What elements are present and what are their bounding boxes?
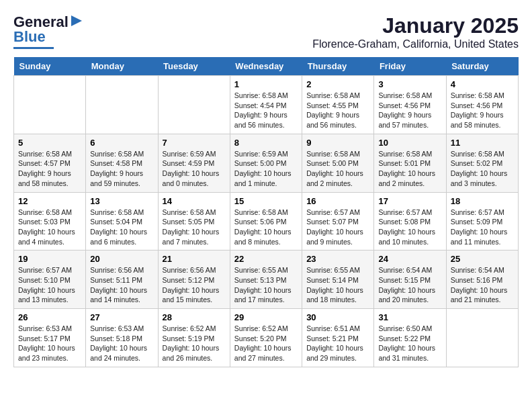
sunrise-text: Sunrise: 6:56 AM [90,266,144,274]
day-number: 27 [90,312,153,322]
day-number: 21 [163,254,226,264]
title-block: January 2025 Florence-Graham, California… [312,13,519,50]
calendar-cell: 21 Sunrise: 6:56 AM Sunset: 5:12 PM Dayl… [158,250,230,309]
sunset-text: Sunset: 5:08 PM [378,218,431,226]
logo: General Blue [13,13,83,49]
sunrise-text: Sunrise: 6:55 AM [234,266,288,274]
calendar-cell: 15 Sunrise: 6:58 AM Sunset: 5:06 PM Dayl… [230,192,302,250]
daylight-text: Daylight: 10 hours and 23 minutes. [18,344,75,362]
sunset-text: Sunset: 5:20 PM [234,334,287,342]
sunset-text: Sunset: 5:11 PM [90,276,142,284]
calendar-table: Sunday Monday Tuesday Wednesday Thursday… [13,57,519,367]
day-number: 22 [234,254,298,264]
calendar-cell: 27 Sunrise: 6:53 AM Sunset: 5:18 PM Dayl… [86,309,158,367]
calendar-cell [86,76,158,134]
sunset-text: Sunset: 5:15 PM [378,276,431,284]
calendar-cell: 11 Sunrise: 6:58 AM Sunset: 5:02 PM Dayl… [446,134,518,192]
daylight-text: Daylight: 10 hours and 17 minutes. [234,286,292,304]
sunrise-text: Sunrise: 6:58 AM [451,150,504,158]
daylight-text: Daylight: 10 hours and 20 minutes. [378,286,435,304]
day-number: 9 [306,138,369,148]
calendar-cell: 31 Sunrise: 6:50 AM Sunset: 5:22 PM Dayl… [374,309,446,367]
calendar-cell: 14 Sunrise: 6:58 AM Sunset: 5:05 PM Dayl… [158,192,230,250]
daylight-text: Daylight: 10 hours and 27 minutes. [234,344,292,362]
sunrise-text: Sunrise: 6:56 AM [163,266,216,274]
sunrise-text: Sunrise: 6:58 AM [306,91,360,99]
sunrise-text: Sunrise: 6:58 AM [306,150,360,158]
header-saturday: Saturday [446,57,518,76]
sunset-text: Sunset: 5:02 PM [451,159,503,167]
daylight-text: Daylight: 10 hours and 3 minutes. [451,169,508,187]
sunset-text: Sunset: 4:59 PM [163,159,215,167]
sunset-text: Sunset: 4:54 PM [234,101,287,109]
calendar-cell: 4 Sunrise: 6:58 AM Sunset: 4:56 PM Dayli… [446,76,518,134]
sunrise-text: Sunrise: 6:59 AM [234,150,288,158]
day-number: 8 [234,138,298,148]
daylight-text: Daylight: 10 hours and 18 minutes. [306,286,363,304]
sunrise-text: Sunrise: 6:57 AM [451,208,504,216]
calendar-cell: 29 Sunrise: 6:52 AM Sunset: 5:20 PM Dayl… [230,309,302,367]
header-monday: Monday [86,57,158,76]
calendar-cell: 3 Sunrise: 6:58 AM Sunset: 4:56 PM Dayli… [374,76,446,134]
sunset-text: Sunset: 5:17 PM [18,334,71,342]
sunset-text: Sunset: 5:06 PM [234,218,287,226]
calendar-cell: 28 Sunrise: 6:52 AM Sunset: 5:19 PM Dayl… [158,309,230,367]
daylight-text: Daylight: 9 hours and 56 minutes. [234,111,287,129]
sunset-text: Sunset: 5:01 PM [378,159,431,167]
calendar-cell: 16 Sunrise: 6:57 AM Sunset: 5:07 PM Dayl… [302,192,374,250]
weekday-header-row: Sunday Monday Tuesday Wednesday Thursday… [14,57,519,76]
calendar-cell: 8 Sunrise: 6:59 AM Sunset: 5:00 PM Dayli… [230,134,302,192]
sunrise-text: Sunrise: 6:58 AM [378,150,432,158]
header-tuesday: Tuesday [158,57,230,76]
sunset-text: Sunset: 5:22 PM [378,334,431,342]
day-number: 4 [451,79,514,89]
sunset-text: Sunset: 5:07 PM [306,218,359,226]
daylight-text: Daylight: 10 hours and 4 minutes. [18,228,75,246]
sunrise-text: Sunrise: 6:52 AM [234,324,288,332]
day-number: 2 [306,79,369,89]
calendar-cell: 20 Sunrise: 6:56 AM Sunset: 5:11 PM Dayl… [86,250,158,309]
calendar-week-row: 5 Sunrise: 6:58 AM Sunset: 4:57 PM Dayli… [14,134,519,192]
sunset-text: Sunset: 5:10 PM [18,276,71,284]
daylight-text: Daylight: 10 hours and 2 minutes. [306,169,363,187]
day-number: 3 [378,79,441,89]
daylight-text: Daylight: 9 hours and 58 minutes. [451,111,504,129]
daylight-text: Daylight: 10 hours and 24 minutes. [90,344,147,362]
sunset-text: Sunset: 5:05 PM [163,218,215,226]
sunrise-text: Sunrise: 6:53 AM [90,324,144,332]
sunrise-text: Sunrise: 6:59 AM [163,150,216,158]
calendar-cell: 2 Sunrise: 6:58 AM Sunset: 4:55 PM Dayli… [302,76,374,134]
day-number: 12 [18,196,81,206]
calendar-week-row: 12 Sunrise: 6:58 AM Sunset: 5:03 PM Dayl… [14,192,519,250]
daylight-text: Daylight: 10 hours and 0 minutes. [163,169,220,187]
sunrise-text: Sunrise: 6:57 AM [18,266,72,274]
sunrise-text: Sunrise: 6:58 AM [234,91,288,99]
calendar-cell: 19 Sunrise: 6:57 AM Sunset: 5:10 PM Dayl… [14,250,86,309]
day-number: 25 [451,254,514,264]
sunset-text: Sunset: 5:00 PM [306,159,359,167]
calendar-cell: 23 Sunrise: 6:55 AM Sunset: 5:14 PM Dayl… [302,250,374,309]
sunrise-text: Sunrise: 6:55 AM [306,266,360,274]
sunset-text: Sunset: 5:14 PM [306,276,359,284]
calendar-week-row: 1 Sunrise: 6:58 AM Sunset: 4:54 PM Dayli… [14,76,519,134]
day-number: 13 [90,196,153,206]
calendar-cell: 9 Sunrise: 6:58 AM Sunset: 5:00 PM Dayli… [302,134,374,192]
day-number: 14 [163,196,226,206]
daylight-text: Daylight: 10 hours and 2 minutes. [378,169,435,187]
logo-arrow-icon [70,14,83,28]
sunrise-text: Sunrise: 6:57 AM [378,208,432,216]
daylight-text: Daylight: 10 hours and 14 minutes. [90,286,147,304]
calendar-cell: 25 Sunrise: 6:54 AM Sunset: 5:16 PM Dayl… [446,250,518,309]
daylight-text: Daylight: 10 hours and 11 minutes. [451,228,508,246]
sunset-text: Sunset: 5:19 PM [163,334,215,342]
day-number: 23 [306,254,369,264]
day-number: 7 [163,138,226,148]
sunset-text: Sunset: 5:09 PM [451,218,503,226]
calendar-cell: 30 Sunrise: 6:51 AM Sunset: 5:21 PM Dayl… [302,309,374,367]
sunset-text: Sunset: 5:21 PM [306,334,359,342]
sunrise-text: Sunrise: 6:52 AM [163,324,216,332]
daylight-text: Daylight: 9 hours and 57 minutes. [378,111,431,129]
daylight-text: Daylight: 9 hours and 58 minutes. [18,169,71,187]
calendar-cell [158,76,230,134]
svg-marker-0 [71,15,82,26]
